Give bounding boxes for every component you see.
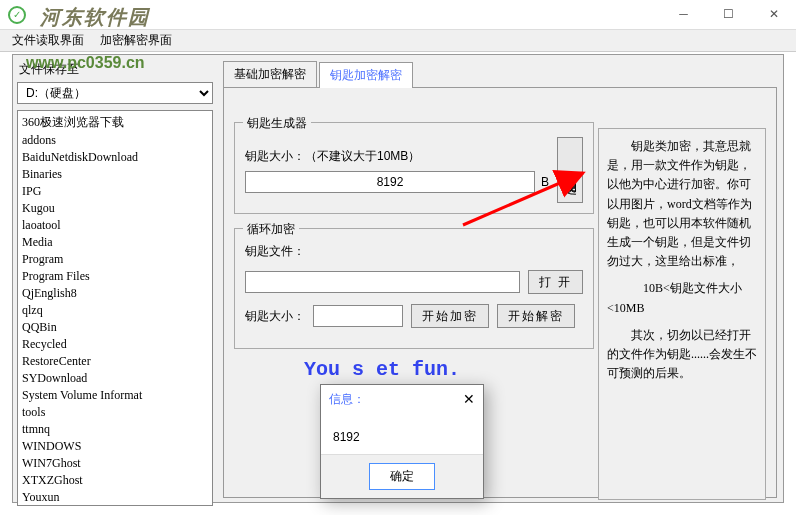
- folder-item[interactable]: ttmnq: [20, 421, 210, 438]
- info-rule: 10B<钥匙文件大小<10MB: [607, 279, 757, 317]
- key-file-label: 钥匙文件：: [245, 243, 305, 260]
- dialog-title: 信息：: [329, 391, 365, 408]
- folder-item[interactable]: QQBin: [20, 319, 210, 336]
- folder-item[interactable]: IPG: [20, 183, 210, 200]
- menu-file-read[interactable]: 文件读取界面: [4, 29, 92, 52]
- key-size2-label: 钥匙大小：: [245, 308, 305, 325]
- folder-item[interactable]: Youxun: [20, 489, 210, 506]
- key-generator-legend: 钥匙生成器: [243, 115, 311, 132]
- app-icon: ✓: [8, 6, 26, 24]
- key-size-unit: B: [541, 175, 549, 189]
- right-pane: 基础加密解密 钥匙加密解密 钥匙生成器 钥匙大小：（不建议大于10MB） B: [223, 61, 777, 496]
- folder-item[interactable]: RestoreCenter: [20, 353, 210, 370]
- encrypt-button[interactable]: 开始加密: [411, 304, 489, 328]
- info-paragraph-1: 钥匙类加密，其意思就是，用一款文件作为钥匙，以他为中心进行加密。你可以用图片，w…: [607, 137, 757, 271]
- create-key-button[interactable]: 创建钥匙: [557, 137, 583, 203]
- key-size2-input[interactable]: [313, 305, 403, 327]
- folder-list[interactable]: 360极速浏览器下载addonsBaiduNetdiskDownloadBina…: [17, 110, 213, 506]
- maximize-button[interactable]: ☐: [706, 0, 751, 28]
- folder-item[interactable]: tools: [20, 404, 210, 421]
- folder-item[interactable]: BaiduNetdiskDownload: [20, 149, 210, 166]
- folder-item[interactable]: qlzq: [20, 302, 210, 319]
- folder-item[interactable]: Program Files: [20, 268, 210, 285]
- close-button[interactable]: ✕: [751, 0, 796, 28]
- message-dialog: 信息： ✕ 8192 确定: [320, 384, 484, 499]
- drive-select[interactable]: D:（硬盘）: [17, 82, 213, 104]
- loop-encrypt-group: 循环加密 钥匙文件： 打 开 钥匙大小： 开始加密 开始解密: [234, 228, 594, 349]
- watermark-url: www.pc0359.cn: [26, 54, 145, 72]
- menubar: 文件读取界面 加密解密界面: [0, 30, 796, 52]
- watermark-text: 河东软件园: [40, 4, 150, 31]
- folder-item[interactable]: QjEnglish8: [20, 285, 210, 302]
- dialog-close-button[interactable]: ✕: [463, 391, 475, 408]
- folder-item[interactable]: WINDOWS: [20, 438, 210, 455]
- menu-encrypt-decrypt[interactable]: 加密解密界面: [92, 29, 180, 52]
- dialog-body: 8192: [321, 414, 483, 454]
- info-paragraph-2: 其次，切勿以已经打开的文件作为钥匙......会发生不可预测的后果。: [607, 326, 757, 384]
- key-size-input[interactable]: [245, 171, 535, 193]
- folder-item[interactable]: Kugou: [20, 200, 210, 217]
- loop-encrypt-legend: 循环加密: [243, 221, 299, 238]
- folder-item[interactable]: addons: [20, 132, 210, 149]
- folder-item[interactable]: SYDownload: [20, 370, 210, 387]
- folder-item[interactable]: laoatool: [20, 217, 210, 234]
- folder-item[interactable]: 360极速浏览器下载: [20, 113, 210, 132]
- folder-item[interactable]: XTXZGhost: [20, 472, 210, 489]
- folder-item[interactable]: Binaries: [20, 166, 210, 183]
- folder-item[interactable]: System Volume Informat: [20, 387, 210, 404]
- key-size-label: 钥匙大小：（不建议大于10MB）: [245, 148, 549, 165]
- folder-item[interactable]: Media: [20, 234, 210, 251]
- fun-text: You s et fun.: [304, 358, 460, 381]
- tab-key[interactable]: 钥匙加密解密: [319, 62, 413, 88]
- key-file-input[interactable]: [245, 271, 520, 293]
- left-pane: 文件保存至 D:（硬盘） 360极速浏览器下载addonsBaiduNetdis…: [17, 61, 213, 498]
- window-controls: ─ ☐ ✕: [661, 0, 796, 28]
- folder-item[interactable]: WIN7Ghost: [20, 455, 210, 472]
- tab-content: 钥匙生成器 钥匙大小：（不建议大于10MB） B 创建钥匙 循环加密: [223, 88, 777, 498]
- tabs: 基础加密解密 钥匙加密解密: [223, 61, 777, 88]
- folder-item[interactable]: Program: [20, 251, 210, 268]
- minimize-button[interactable]: ─: [661, 0, 706, 28]
- dialog-ok-button[interactable]: 确定: [369, 463, 435, 490]
- key-generator-group: 钥匙生成器 钥匙大小：（不建议大于10MB） B 创建钥匙: [234, 122, 594, 214]
- decrypt-button[interactable]: 开始解密: [497, 304, 575, 328]
- tab-basic[interactable]: 基础加密解密: [223, 61, 317, 87]
- folder-item[interactable]: Recycled: [20, 336, 210, 353]
- open-button[interactable]: 打 开: [528, 270, 583, 294]
- info-panel: 钥匙类加密，其意思就是，用一款文件作为钥匙，以他为中心进行加密。你可以用图片，w…: [598, 128, 766, 500]
